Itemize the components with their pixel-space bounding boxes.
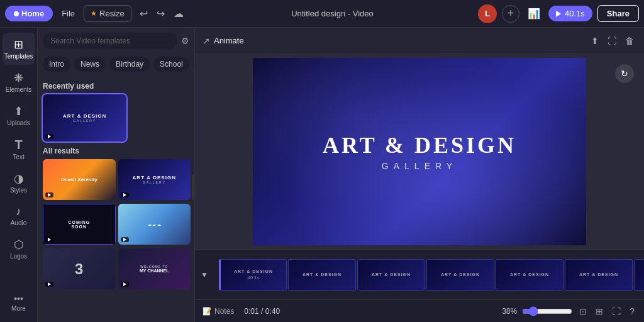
animate-icon: ↗ [203,36,210,46]
time-separator: / [261,307,265,316]
help-button[interactable]: ? [628,304,636,318]
analytics-button[interactable]: 📊 [525,4,543,23]
template-channel[interactable]: WELCOME TO MY CHANNEL [118,248,191,289]
resize-label: Resize [99,9,125,18]
clouds-thumb-title: ☁ ☁ ☁ [148,222,161,226]
sidebar-item-text[interactable]: T Text [3,133,35,165]
notes-label: Notes [214,307,234,316]
topbar-icons: ↩ ↪ ☁ [136,4,187,23]
play-overlay-coming [45,237,53,242]
play-small-icon-art2 [123,193,126,197]
sidebar-item-templates[interactable]: ⊞ Templates [3,33,35,65]
share-button[interactable]: Share [597,5,639,22]
resize-button[interactable]: ★ Resize [84,5,131,22]
template-coming-soon[interactable]: COMINGSOON [43,204,116,245]
time-current: 0:01 [244,307,258,316]
template-clouds[interactable]: ☁ ☁ ☁ [118,204,191,245]
sidebar-more-label: More [11,305,26,312]
template-ocean[interactable]: Ocean Serenity [43,159,116,200]
cat-tab-birthday[interactable]: Birthday [109,57,150,72]
video-canvas[interactable]: ART & DESIGN GALLERY [253,58,586,245]
timeline-clip-4[interactable]: ART & DESIGN [426,259,494,291]
fullscreen-toolbar-button[interactable]: ⛶ [605,33,619,48]
notes-icon: 📝 [203,307,212,316]
play-time-label: 40.1s [565,9,585,18]
sidebar-item-audio[interactable]: ♪ Audio [3,200,35,231]
canvas-area: ↗ Animate ⬆ ⛶ 🗑 ↻ ART & DESIGN GALLERY ▼ [195,28,644,322]
clip-label-2: ART & DESIGN [303,272,341,277]
notes-section[interactable]: 📝 Notes [203,307,234,316]
sidebar-item-uploads[interactable]: ⬆ Uploads [3,99,35,131]
fullscreen-button[interactable]: ⛶ [610,304,623,318]
undo-button[interactable]: ↩ [136,4,151,23]
play-overlay-number [45,282,53,287]
cat-tab-school[interactable]: School [153,57,189,72]
search-input[interactable] [43,33,177,49]
play-small-icon [48,135,51,138]
avatar[interactable]: L [478,4,497,23]
canvas-toolbar: ↗ Animate ⬆ ⛶ 🗑 [195,28,644,54]
topbar-center: Untitled design - Video [189,9,475,18]
channel-thumb-title: MY CHANNEL [140,269,169,273]
sidebar-item-styles[interactable]: ◑ Styles [3,167,35,199]
sidebar-logos-label: Logos [10,253,27,260]
elements-icon: ❋ [14,71,23,85]
animate-text: Animate [214,36,244,45]
sidebar-item-more[interactable]: ••• More [3,289,35,317]
redo-button[interactable]: ↪ [153,4,168,23]
template-art-design-recent[interactable]: ART & DESIGN GALLERY [43,94,126,142]
filter-button[interactable]: ⚙ [181,36,189,46]
canvas-main-title: ART & DESIGN [323,132,516,158]
cat-tab-intro[interactable]: Intro [43,57,70,72]
timeline-clip-6[interactable]: ART & DESIGN [565,259,633,291]
sidebar-styles-label: Styles [10,187,27,194]
timeline-scroll[interactable]: ART & DESIGN 40.1s ART & DESIGN ART & DE… [214,254,644,296]
template-number[interactable]: 3 [43,248,116,289]
all-results-title: All results [43,147,189,155]
sidebar-item-logos[interactable]: ⬡ Logos [3,233,35,265]
file-button[interactable]: File [55,6,81,21]
timeline-toggle-arrow[interactable]: ▼ [201,270,208,279]
number-thumb-title: 3 [75,260,83,278]
art2-thumb-subtitle: GALLERY [143,180,166,184]
timeline-clip-2[interactable]: ART & DESIGN [288,259,356,291]
cloud-button[interactable]: ☁ [170,4,187,23]
add-collaborator-button[interactable]: + [502,5,519,23]
ocean-thumb-title: Ocean Serenity [61,177,97,182]
delete-toolbar-button[interactable]: 🗑 [623,33,636,48]
play-overlay-art2 [121,192,129,197]
cat-tab-news[interactable]: News [74,57,106,72]
play-overlay-channel [121,282,129,287]
home-dot [14,11,19,16]
template-art-design-2[interactable]: ART & DESIGN GALLERY [118,159,191,200]
recently-used-title: Recently used [43,82,189,91]
cat-tab-nat[interactable]: Nat [193,57,194,72]
recent-thumb-subtitle: GALLERY [73,119,96,123]
animate-label: ↗ Animate [203,36,244,46]
search-bar: ⚙ [38,28,194,54]
timeline-clip-1[interactable]: ART & DESIGN 40.1s [219,259,287,291]
play-small-icon-channel [123,282,126,286]
play-time-button[interactable]: 40.1s [548,6,592,21]
sidebar-item-elements[interactable]: ❋ Elements [3,66,35,98]
sidebar-text-label: Text [13,153,24,160]
topbar: Home File ★ Resize ↩ ↪ ☁ Untitled design… [0,0,644,28]
home-button[interactable]: Home [5,6,53,21]
fit-view-button[interactable]: ⊡ [577,304,589,318]
upload-toolbar-button[interactable]: ⬆ [589,33,601,48]
timeline-clip-7[interactable]: ART & DESIGN [634,259,644,291]
canvas-main: ↻ ART & DESIGN GALLERY [195,54,644,249]
bottom-right: 38% ⊡ ⊞ ⛶ ? [502,304,636,318]
refresh-button[interactable]: ↻ [615,64,634,83]
grid-view-button[interactable]: ⊞ [594,304,605,318]
play-overlay-ocean [45,192,53,197]
zoom-slider[interactable] [522,306,572,316]
more-icon: ••• [14,294,23,304]
timeline-clip-5[interactable]: ART & DESIGN [496,259,564,291]
all-results-grid: Ocean Serenity ART & DESIGN GALLERY [43,159,189,289]
time-total: 0:40 [265,307,280,316]
timeline-clip-3[interactable]: ART & DESIGN [357,259,425,291]
canvas-toolbar-right: ⬆ ⛶ 🗑 [589,33,636,48]
bottom-bar: 📝 Notes 0:01 / 0:40 38% ⊡ ⊞ ⛶ ? [195,299,644,322]
topbar-left: Home File ★ Resize ↩ ↪ ☁ [5,4,187,23]
